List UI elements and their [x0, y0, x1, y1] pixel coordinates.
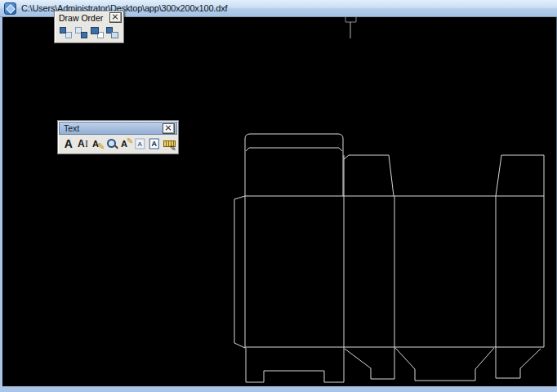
window-title: C:\Users\Administrator\Desktop\app\300x2… — [21, 3, 227, 13]
toolbar-draw-order-close-icon[interactable] — [109, 12, 122, 23]
text-style-button[interactable]: A — [134, 137, 147, 150]
window-frame-bottom — [0, 386, 557, 392]
bring-above-objects-button[interactable] — [90, 26, 104, 39]
toolbar-draw-order-caption[interactable]: Draw Order — [55, 11, 123, 24]
send-under-objects-button[interactable] — [105, 26, 119, 39]
drawing-canvas[interactable] — [2, 17, 556, 386]
edit-text-button[interactable]: A✎ — [91, 137, 104, 150]
spell-check-button[interactable]: A✎ — [119, 137, 132, 150]
scale-text-button[interactable]: A — [148, 137, 161, 150]
toolbar-text-close-icon[interactable] — [163, 123, 175, 134]
single-line-text-button[interactable]: AI — [77, 137, 90, 150]
send-to-back-button[interactable] — [74, 26, 88, 39]
toolbar-text-title: Text — [64, 123, 163, 133]
toolbar-draw-order-title: Draw Order — [59, 13, 109, 23]
window-frame-left — [0, 17, 2, 386]
toolbar-draw-order: Draw Order — [54, 11, 124, 43]
find-replace-button[interactable] — [105, 137, 118, 150]
app-icon-glyph — [6, 4, 15, 13]
toolbar-draw-order-buttons — [55, 24, 123, 42]
toolbar-text-caption[interactable]: Text — [59, 122, 177, 135]
justify-text-button[interactable]: ✎ — [163, 137, 176, 150]
app-window: C:\Users\Administrator\Desktop\app\300x2… — [0, 0, 557, 392]
toolbar-text-buttons: AAIA✎A✎AA✎ — [58, 135, 178, 154]
toolbar-text: Text AAIA✎A✎AA✎ — [57, 120, 179, 154]
bring-to-front-button[interactable] — [59, 26, 73, 39]
multiline-text-button[interactable]: A — [62, 137, 75, 150]
app-icon[interactable] — [4, 2, 16, 15]
